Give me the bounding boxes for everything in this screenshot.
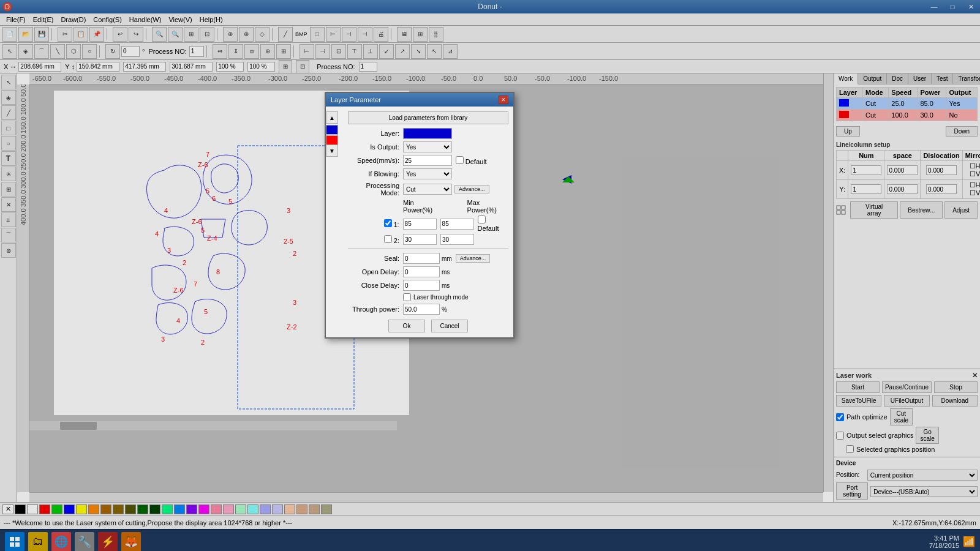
seal-input[interactable] [403,253,440,264]
laser-through-check[interactable] [403,293,411,301]
color-swatch-blue [326,125,338,143]
is-output-select[interactable]: Yes No [403,141,452,152]
laser-through-label: Laser through mode [413,294,469,301]
seal-advance-button[interactable]: Advance... [456,254,491,263]
power-row1-max[interactable] [440,219,474,230]
open-delay-row: Open Delay: ms [348,266,508,277]
power-row-2: 2: [348,234,508,245]
through-power-input[interactable] [403,304,440,315]
processing-advance-button[interactable]: Advance... [454,185,489,193]
through-power-row: Through power: % [348,304,508,315]
open-delay-input[interactable] [403,266,440,277]
max-power-header: Max Power(%) [467,199,508,214]
is-output-label: Is Output: [348,143,403,151]
close-delay-row: Close Delay: ms [348,280,508,291]
nav-up-btn[interactable]: ▲ [326,111,338,124]
processing-mode-row: Processing Mode: Cut Engrave Advance... [348,182,508,197]
power-row2-check[interactable] [384,235,392,243]
through-power-label: Through power: [348,305,403,313]
nav-down-btn[interactable]: ▼ [326,144,338,157]
open-delay-label: Open Delay: [348,268,403,276]
layer-label: Layer: [348,130,403,137]
open-delay-unit: ms [442,269,450,276]
power-row1-check[interactable] [384,219,392,227]
is-output-row: Is Output: Yes No [348,141,508,152]
power-row2-max[interactable] [440,234,474,245]
seal-label: Seal: [348,255,403,262]
power-row2-label: 2: [348,235,403,244]
dialog-form: Load parameters from library Layer: Is O… [348,111,508,332]
processing-mode-select[interactable]: Cut Engrave [403,184,452,195]
close-delay-input[interactable] [403,280,440,291]
blowing-select[interactable]: Yes No [403,168,452,179]
divider1 [348,249,508,249]
speed-label: Speed(mm/s): [348,157,403,164]
cancel-button[interactable]: Cancel [431,320,468,332]
min-power-header: Min Power(%) [403,199,443,214]
dialog-close-button[interactable]: ✕ [499,96,508,104]
blowing-label: If Blowing: [348,170,403,178]
layer-row: Layer: [348,128,508,139]
close-delay-unit: ms [442,282,450,289]
dialog-buttons: Ok Cancel [348,320,508,332]
laser-through-row: Laser through mode [403,293,508,301]
processing-mode-label: Processing Mode: [348,182,403,197]
power-row1-default-label: Default [478,216,508,232]
power-row2-min[interactable] [403,234,437,245]
speed-input[interactable] [403,155,452,166]
speed-default-label: Default [456,156,487,165]
power-header: Min Power(%) Max Power(%) [403,199,508,214]
load-params-button[interactable]: Load parameters from library [348,111,508,124]
power-row1-default-check[interactable] [478,216,486,223]
power-row-1: 1: Default [348,216,508,232]
blowing-row: If Blowing: Yes No [348,168,508,179]
speed-default-check[interactable] [456,156,464,164]
close-delay-label: Close Delay: [348,282,403,289]
dialog-titlebar: Layer Parameter ✕ [326,93,513,107]
power-row1-min[interactable] [403,219,437,230]
dialog-nav: ▲ ▼ [326,111,338,157]
dialog-title: Layer Parameter [331,96,381,103]
speed-row: Speed(mm/s): Default [348,155,508,166]
seal-unit: mm [442,255,452,262]
through-power-unit: % [442,306,447,313]
layer-color-box[interactable] [403,128,452,139]
power-row1-label: 1: [348,219,403,228]
layer-param-dialog: Layer Parameter ✕ ▲ ▼ Load parameters fr… [325,92,514,339]
dialog-body: ▲ ▼ Load parameters from library Layer: … [326,107,513,337]
seal-row: Seal: mm Advance... [348,253,508,264]
ok-button[interactable]: Ok [388,320,425,332]
